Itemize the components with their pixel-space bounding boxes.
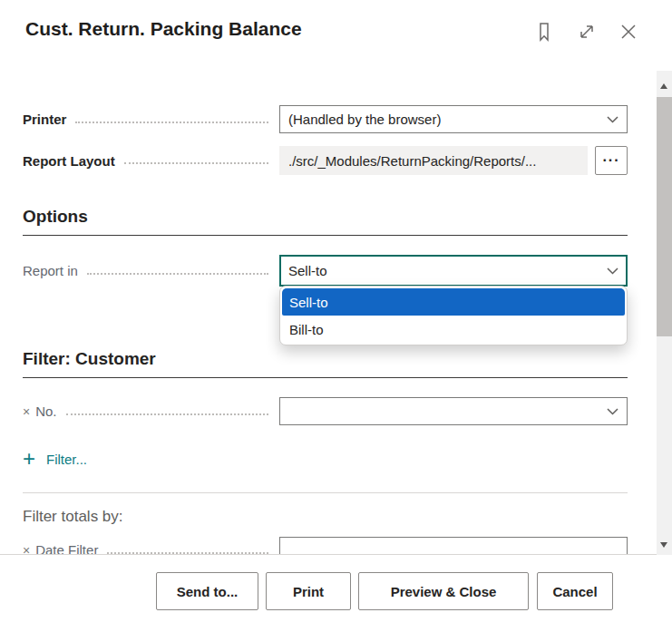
no-filter-select[interactable] (279, 397, 628, 425)
request-page-dialog: Cust. Return. Packing Balance Printer (H… (0, 0, 672, 632)
date-filter-row: × Date Filter (23, 536, 628, 555)
preview-and-close-button[interactable]: Preview & Close (358, 572, 529, 610)
dotted-leader (87, 273, 268, 275)
printer-select[interactable]: (Handled by the browser) (279, 105, 628, 133)
filter-customer-section-header: Filter: Customer (23, 349, 628, 378)
scrollbar[interactable] (657, 71, 672, 555)
chevron-down-icon (607, 267, 618, 275)
dotted-leader (75, 122, 268, 123)
send-to-button[interactable]: Send to... (156, 572, 258, 610)
date-filter-label: Date Filter (35, 542, 98, 555)
report-in-row: Report in Sell-to Sell-to Bill-to (23, 257, 628, 285)
scroll-up-arrow-icon[interactable] (660, 83, 667, 89)
report-layout-row: Report Layout ./src/_Modules/ReturnPacki… (23, 146, 628, 175)
print-button[interactable]: Print (266, 572, 351, 610)
add-filter-link[interactable]: + Filter... (23, 450, 87, 468)
content-bottom-edge (0, 554, 657, 555)
report-in-value: Sell-to (288, 263, 327, 278)
report-in-select[interactable]: Sell-to (279, 255, 628, 287)
no-filter-label: No. (35, 404, 56, 419)
scroll-down-arrow-icon[interactable] (660, 542, 667, 548)
chevron-down-icon (607, 116, 618, 123)
plus-icon: + (23, 450, 35, 468)
printer-label: Printer (23, 112, 66, 127)
add-filter-label: Filter... (46, 452, 87, 467)
chevron-down-icon (607, 408, 618, 415)
report-in-dropdown: Sell-to Bill-to (279, 286, 628, 345)
remove-filter-icon[interactable]: × (23, 405, 30, 418)
filter-totals-label: Filter totals by: (23, 508, 628, 526)
report-in-label: Report in (23, 263, 78, 278)
date-filter-input[interactable] (279, 537, 628, 556)
expand-icon[interactable] (575, 21, 599, 44)
scrollbar-thumb[interactable] (657, 97, 672, 336)
assist-edit-button[interactable]: ··· (595, 146, 628, 175)
section-divider (23, 492, 628, 493)
dotted-leader (124, 162, 268, 164)
customer-no-filter-row: × No. (23, 397, 628, 425)
printer-value: (Handled by the browser) (288, 112, 441, 127)
page-title: Cust. Return. Packing Balance (25, 18, 302, 40)
bookmark-icon[interactable] (532, 21, 556, 44)
dropdown-option-sell-to[interactable]: Sell-to (282, 288, 625, 316)
printer-row: Printer (Handled by the browser) (23, 105, 628, 133)
request-page-content: Printer (Handled by the browser) Report … (0, 71, 657, 555)
report-layout-value: ./src/_Modules/ReturnPacking/Reports/... (279, 146, 588, 175)
dotted-leader (66, 413, 268, 415)
options-section-header: Options (23, 207, 628, 236)
cancel-button[interactable]: Cancel (537, 572, 613, 610)
close-icon[interactable] (617, 21, 640, 44)
report-layout-label: Report Layout (23, 153, 115, 169)
dropdown-option-bill-to[interactable]: Bill-to (282, 316, 625, 343)
